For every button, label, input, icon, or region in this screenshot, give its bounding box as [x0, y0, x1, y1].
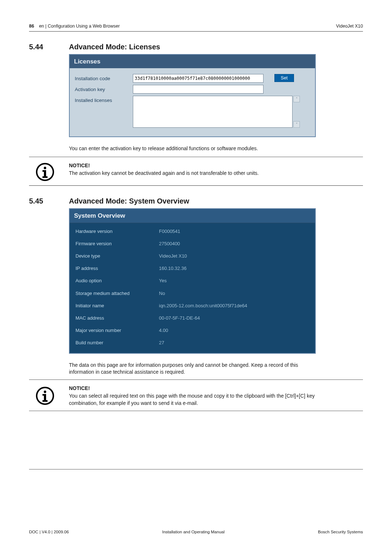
system-overview-row: Hardware versionF0000541	[70, 225, 315, 238]
page-number: 86	[29, 24, 34, 29]
system-overview-row: Storage medium attachedNo	[70, 287, 315, 300]
system-overview-value: 160.10.32.36	[159, 265, 187, 272]
system-overview-value: iqn.2005-12.com.bosch:unit00075f71de64	[159, 303, 247, 309]
system-overview-value: F0000541	[159, 228, 180, 235]
section-number-544: 5.44	[29, 42, 69, 52]
header-rule	[29, 31, 363, 32]
divider	[29, 411, 363, 411]
system-overview-panel: System Overview Hardware versionF0000541…	[69, 208, 316, 354]
section-title-545: Advanced Mode: System Overview	[69, 196, 189, 206]
header-left: 86 en | Configuration Using a Web Browse…	[29, 23, 120, 30]
system-overview-value: No	[159, 290, 165, 297]
licenses-panel: Licenses Installation code Set Activatio…	[69, 54, 316, 138]
system-overview-value: 4.00	[159, 327, 168, 334]
svg-rect-9	[42, 400, 48, 402]
system-overview-label: Firmware version	[75, 241, 159, 247]
svg-rect-4	[42, 176, 48, 178]
system-overview-label: Build number	[75, 340, 159, 346]
system-overview-title: System Overview	[70, 209, 315, 223]
system-overview-value: Yes	[159, 278, 167, 284]
installation-code-input[interactable]	[133, 74, 264, 83]
system-overview-label: Device type	[75, 253, 159, 259]
svg-rect-8	[42, 394, 46, 396]
system-overview-label: Hardware version	[75, 228, 159, 235]
licenses-panel-title: Licenses	[70, 55, 315, 69]
footer-right: Bosch Security Systems	[318, 529, 363, 535]
section-545-para: The data on this page are for informatio…	[69, 362, 316, 376]
set-button[interactable]: Set	[274, 74, 294, 82]
system-overview-label: MAC address	[75, 315, 159, 321]
divider	[29, 379, 363, 380]
system-overview-value: VideoJet X10	[159, 253, 187, 259]
notice-heading-544: NOTICE!	[69, 162, 327, 169]
activation-key-label: Activation key	[75, 85, 133, 93]
notice-heading-545: NOTICE!	[69, 385, 327, 392]
system-overview-row: Firmware version27500400	[70, 238, 315, 250]
system-overview-row: IP address160.10.32.36	[70, 262, 315, 275]
footer-left: DOC | V4.0 | 2009.06	[29, 529, 69, 535]
section-title-544: Advanced Mode: Licenses	[69, 42, 160, 52]
footer-center: Installation and Operating Manual	[162, 529, 225, 535]
notice-545: NOTICE! You can select all required text…	[29, 383, 327, 411]
system-overview-row: Device typeVideoJet X10	[70, 250, 315, 262]
scroll-down-icon[interactable]: ˅	[293, 121, 300, 128]
installed-licenses-label: Installed licenses	[75, 96, 133, 104]
system-overview-value: 27	[159, 340, 164, 346]
installation-code-label: Installation code	[75, 74, 133, 82]
scroll-up-icon[interactable]: ˄	[293, 96, 300, 102]
svg-point-1	[44, 167, 46, 169]
system-overview-row: Major version number4.00	[70, 324, 315, 337]
info-icon	[35, 386, 55, 406]
svg-rect-3	[42, 170, 46, 172]
system-overview-row: Audio optionYes	[70, 275, 315, 287]
section-number-545: 5.45	[29, 196, 69, 206]
system-overview-row: Build number27	[70, 337, 315, 349]
system-overview-row: Initiator nameiqn.2005-12.com.bosch:unit…	[70, 300, 315, 312]
textarea-scrollbar[interactable]: ˄ ˅	[293, 96, 300, 128]
divider	[29, 185, 363, 186]
system-overview-label: Storage medium attached	[75, 290, 159, 297]
divider	[29, 157, 363, 157]
section-544-para: You can enter the activation key to rele…	[69, 145, 316, 152]
notice-text-544: The activation key cannot be deactivated…	[69, 170, 327, 177]
notice-text-545: You can select all required text on this…	[69, 393, 327, 407]
system-overview-label: Audio option	[75, 278, 159, 284]
breadcrumb: en | Configuration Using a Web Browser	[39, 24, 120, 29]
footer-rule	[29, 469, 363, 469]
system-overview-value: 27500400	[159, 241, 180, 247]
system-overview-label: IP address	[75, 265, 159, 272]
activation-key-input[interactable]	[133, 85, 264, 94]
system-overview-label: Initiator name	[75, 303, 159, 309]
installed-licenses-textarea[interactable]	[133, 96, 293, 128]
notice-544: NOTICE! The activation key cannot be dea…	[29, 160, 327, 185]
svg-point-6	[44, 391, 46, 393]
header-product: VideoJet X10	[336, 23, 363, 30]
system-overview-row: MAC address00-07-5F-71-DE-64	[70, 312, 315, 324]
info-icon	[35, 162, 55, 182]
system-overview-label: Major version number	[75, 327, 159, 334]
system-overview-value: 00-07-5F-71-DE-64	[159, 315, 200, 321]
